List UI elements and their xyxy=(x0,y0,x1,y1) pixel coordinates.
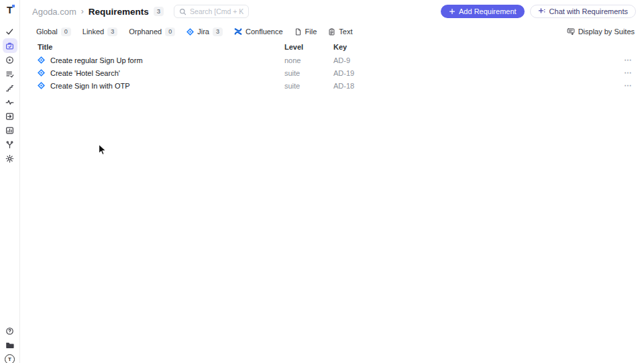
file-icon xyxy=(294,28,302,36)
filter-bar: Global 0 Linked 3 Orphaned 0 Jira 3 Conf… xyxy=(20,24,644,39)
requirement-title[interactable]: Create Sign In with OTP xyxy=(50,82,130,90)
sidebar-item-pulse[interactable] xyxy=(3,97,17,107)
filter-tab-confluence[interactable]: Confluence xyxy=(234,28,283,36)
jira-icon xyxy=(186,28,194,36)
sparkle-plus-icon xyxy=(538,7,546,15)
filter-tab-orphaned-count: 0 xyxy=(165,28,175,36)
add-requirement-label: Add Requirement xyxy=(459,7,517,15)
filter-tab-linked-count: 3 xyxy=(107,28,117,36)
play-circle-icon xyxy=(5,56,14,64)
jira-icon xyxy=(38,56,45,64)
sidebar-item-steps[interactable] xyxy=(3,83,17,93)
column-header-key: Key xyxy=(333,43,619,51)
app-logo[interactable]: T xyxy=(7,5,13,15)
requirement-level: suite xyxy=(284,69,333,77)
jira-icon xyxy=(38,69,45,76)
clipboard-text-icon xyxy=(328,28,335,36)
filter-tab-text-label: Text xyxy=(339,28,352,36)
display-by-suites-button[interactable]: Display by Suites xyxy=(567,28,635,36)
filter-tab-confluence-label: Confluence xyxy=(246,28,283,36)
filter-tab-linked[interactable]: Linked 3 xyxy=(83,28,117,36)
search-input[interactable] xyxy=(190,7,244,15)
plus-icon xyxy=(449,8,455,15)
sidebar-item-requirements[interactable] xyxy=(3,38,17,53)
sidebar-item-analytics[interactable] xyxy=(3,125,17,135)
sidebar-item-branches[interactable] xyxy=(3,140,17,149)
requirement-key: AD-19 xyxy=(333,69,619,77)
column-header-title: Title xyxy=(38,43,284,51)
sidebar-nav xyxy=(3,27,17,163)
mouse-cursor xyxy=(98,144,107,156)
requirement-key: AD-18 xyxy=(333,82,619,90)
column-header-level: Level xyxy=(284,43,333,51)
requirement-title[interactable]: Create 'Hotel Search' xyxy=(50,69,120,77)
branch-icon xyxy=(5,140,14,149)
confluence-icon xyxy=(234,28,242,36)
sidebar-item-projects[interactable] xyxy=(3,340,17,350)
sidebar-item-tests[interactable] xyxy=(3,27,17,36)
sidebar-item-account[interactable]: T xyxy=(3,354,17,363)
filter-tab-orphaned-label: Orphaned xyxy=(129,28,162,36)
table-row[interactable]: Create 'Hotel Search' suite AD-19 ⋯ xyxy=(20,66,644,79)
table-row[interactable]: Create Sign In with OTP suite AD-18 ⋯ xyxy=(20,79,644,92)
breadcrumb: Agoda.com › Requirements 3 xyxy=(32,7,164,17)
sidebar-item-settings[interactable] xyxy=(3,154,17,163)
app-logo-accent xyxy=(12,5,15,7)
jira-icon xyxy=(38,82,45,89)
filter-tab-jira[interactable]: Jira 3 xyxy=(186,28,223,36)
list-check-icon xyxy=(5,70,14,79)
filter-tab-linked-label: Linked xyxy=(83,28,104,36)
sidebar-item-help[interactable] xyxy=(3,326,17,335)
add-requirement-button[interactable]: Add Requirement xyxy=(441,5,525,18)
requirement-level: suite xyxy=(284,82,333,90)
requirement-key: AD-9 xyxy=(333,56,619,64)
page-title: Requirements xyxy=(89,7,149,17)
row-menu-icon[interactable]: ⋯ xyxy=(619,56,632,64)
filter-tab-text[interactable]: Text xyxy=(328,28,352,36)
search-icon xyxy=(179,8,186,15)
topbar: Agoda.com › Requirements 3 Add Requireme… xyxy=(20,0,644,23)
requirements-count-badge: 3 xyxy=(154,7,164,16)
briefcase-check-icon xyxy=(5,42,14,50)
filter-tab-file-label: File xyxy=(305,28,317,36)
gear-icon xyxy=(5,154,14,163)
chat-with-requirements-label: Chat with Requirements xyxy=(549,7,628,15)
filter-tab-jira-label: Jira xyxy=(197,28,209,36)
search-box[interactable] xyxy=(174,5,249,18)
filter-tab-global-count: 0 xyxy=(61,28,71,36)
folder-icon xyxy=(5,341,14,350)
filter-tab-file[interactable]: File xyxy=(294,28,317,36)
filter-tab-global[interactable]: Global 0 xyxy=(36,28,71,36)
table-row[interactable]: Create regular Sign Up form none AD-9 ⋯ xyxy=(20,54,644,66)
sidebar-item-plans[interactable] xyxy=(3,69,17,79)
breadcrumb-separator: › xyxy=(81,7,84,16)
activity-icon xyxy=(5,98,14,107)
sidebar-item-import[interactable] xyxy=(3,111,17,121)
avatar-letter: T xyxy=(8,356,11,362)
bar-chart-icon xyxy=(5,126,14,135)
sidebar: T xyxy=(0,0,20,363)
requirements-table: Title Level Key Create regular Sign Up f… xyxy=(20,40,644,92)
filter-tab-global-label: Global xyxy=(36,28,58,36)
display-by-suites-label: Display by Suites xyxy=(578,28,635,36)
requirement-level: none xyxy=(284,56,333,64)
display-suites-icon xyxy=(567,28,575,36)
avatar: T xyxy=(5,354,15,363)
row-menu-icon[interactable]: ⋯ xyxy=(619,69,632,76)
row-menu-icon[interactable]: ⋯ xyxy=(619,82,632,89)
help-icon xyxy=(5,327,14,335)
requirement-title[interactable]: Create regular Sign Up form xyxy=(50,56,143,64)
stairs-icon xyxy=(5,84,14,93)
table-header-row: Title Level Key xyxy=(20,40,644,54)
check-icon xyxy=(5,28,14,36)
filter-tab-jira-count: 3 xyxy=(213,28,223,36)
breadcrumb-project[interactable]: Agoda.com xyxy=(32,7,76,17)
import-icon xyxy=(5,112,14,121)
filter-tab-orphaned[interactable]: Orphaned 0 xyxy=(129,28,175,36)
chat-with-requirements-button[interactable]: Chat with Requirements xyxy=(530,5,636,18)
sidebar-bottom: T xyxy=(3,326,17,363)
sidebar-item-runs[interactable] xyxy=(3,55,17,64)
